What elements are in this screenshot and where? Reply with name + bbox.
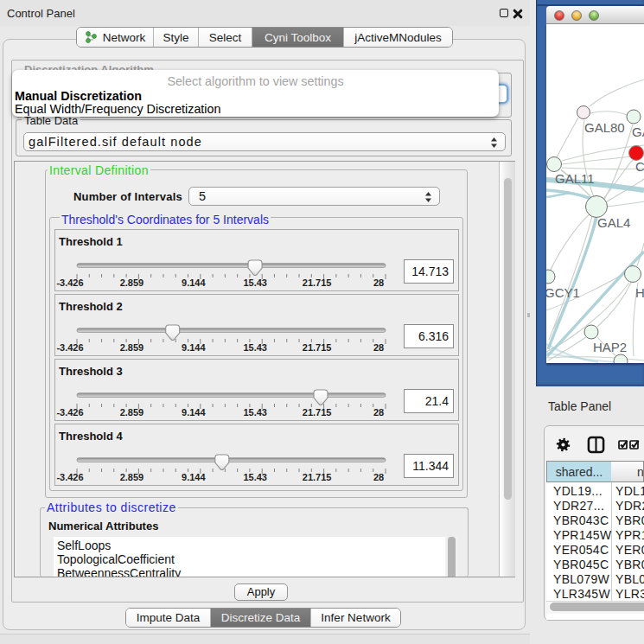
svg-text:-3.426: -3.426 xyxy=(56,472,83,482)
svg-text:GAL4: GAL4 xyxy=(597,215,630,230)
svg-text:21.715: 21.715 xyxy=(303,277,332,288)
svg-text:HAP2: HAP2 xyxy=(593,340,627,354)
svg-text:C: C xyxy=(635,159,644,174)
svg-text:GCY1: GCY1 xyxy=(546,285,580,300)
svg-text:2.859: 2.859 xyxy=(120,407,144,418)
svg-text:21.715: 21.715 xyxy=(303,342,332,353)
svg-text:9.144: 9.144 xyxy=(182,277,206,288)
svg-text:28: 28 xyxy=(373,472,384,482)
svg-text:2.859: 2.859 xyxy=(120,277,144,288)
svg-text:28: 28 xyxy=(373,342,384,353)
svg-text:9.144: 9.144 xyxy=(182,472,206,482)
svg-text:9.144: 9.144 xyxy=(182,342,206,353)
svg-text:-3.426: -3.426 xyxy=(56,277,83,288)
svg-text:21.715: 21.715 xyxy=(303,407,332,418)
svg-text:15.43: 15.43 xyxy=(243,472,267,482)
svg-text:15.43: 15.43 xyxy=(243,407,267,418)
svg-text:-3.426: -3.426 xyxy=(56,407,83,418)
svg-text:28: 28 xyxy=(373,407,384,418)
svg-text:GA: GA xyxy=(632,124,644,139)
svg-text:2.859: 2.859 xyxy=(120,342,144,353)
svg-text:15.43: 15.43 xyxy=(243,342,267,353)
svg-text:H: H xyxy=(635,285,644,300)
svg-text:15.43: 15.43 xyxy=(243,277,267,288)
svg-text:-3.426: -3.426 xyxy=(56,342,83,353)
svg-text:21.715: 21.715 xyxy=(303,472,332,482)
svg-text:9.144: 9.144 xyxy=(182,407,206,418)
svg-text:GAL11: GAL11 xyxy=(555,171,595,186)
svg-text:28: 28 xyxy=(373,277,384,288)
svg-text:2.859: 2.859 xyxy=(120,472,144,482)
svg-text:GAL80: GAL80 xyxy=(584,120,625,135)
